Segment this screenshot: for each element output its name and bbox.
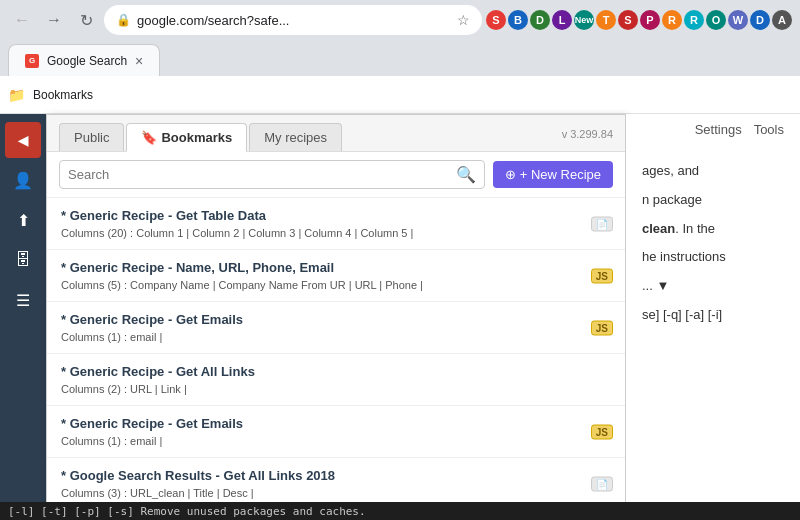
recipe-columns-2: Columns (1) : email | [61, 331, 611, 343]
recipe-item-3[interactable]: * Generic Recipe - Get All Links Columns… [47, 354, 625, 406]
browser-extension-icons: S B D L New T S P R R O W D A [486, 10, 792, 30]
recipe-columns-1: Columns (5) : Company Name | Company Nam… [61, 279, 611, 291]
recipe-columns-5: Columns (3) : URL_clean | Title | Desc | [61, 487, 611, 499]
version-label: v 3.299.84 [562, 128, 613, 146]
ext-icon-9[interactable]: R [684, 10, 704, 30]
recipe-columns-label-2: Columns (1) : [61, 331, 127, 343]
tab-my-recipes-label: My recipes [264, 130, 327, 145]
recipe-columns-3: Columns (2) : URL | Link | [61, 383, 611, 395]
ext-icon-10[interactable]: O [706, 10, 726, 30]
content-line-6: se] [-q] [-a] [-i] [642, 305, 784, 326]
recipe-columns-label-3: Columns (2) : [61, 383, 127, 395]
new-recipe-label: + New Recipe [520, 167, 601, 182]
sidebar-icon-user[interactable]: 👤 [5, 162, 41, 198]
ext-icon-3[interactable]: D [530, 10, 550, 30]
tab-bookmarks-label: Bookmarks [161, 130, 232, 145]
browser-tab-bar: G Google Search × [0, 40, 800, 76]
recipe-title-3: * Generic Recipe - Get All Links [61, 364, 611, 379]
ext-icon-2[interactable]: B [508, 10, 528, 30]
tools-link[interactable]: Tools [754, 122, 784, 137]
recipe-badge-4: JS [591, 424, 613, 439]
ext-icon-1[interactable]: S [486, 10, 506, 30]
browser-nav-bar: ← → ↻ 🔒 google.com/search?safe... ☆ S B … [0, 0, 800, 40]
recipe-columns-values-1: Company Name | Company Name From UR | UR… [130, 279, 423, 291]
ext-icon-8[interactable]: R [662, 10, 682, 30]
recipe-item-1[interactable]: * Generic Recipe - Name, URL, Phone, Ema… [47, 250, 625, 302]
sidebar-icon-upload[interactable]: ⬆ [5, 202, 41, 238]
ext-icon-6[interactable]: S [618, 10, 638, 30]
content-line-3: clean. In the [642, 219, 784, 240]
ext-icon-7[interactable]: P [640, 10, 660, 30]
recipe-columns-label-5: Columns (3) : [61, 487, 127, 499]
lock-icon: 🔒 [116, 13, 131, 27]
recipe-columns-values-5: URL_clean | Title | Desc | [130, 487, 254, 499]
recipe-title-5: * Google Search Results - Get All Links … [61, 468, 611, 483]
google-toolbar: Settings Tools [626, 114, 800, 145]
recipe-title-4: * Generic Recipe - Get Emails [61, 416, 611, 431]
recipe-columns-0: Columns (20) : Column 1 | Column 2 | Col… [61, 227, 611, 239]
tab-close-button[interactable]: × [135, 53, 143, 69]
content-line-4: he instructions [642, 247, 784, 268]
recipe-columns-values-2: email | [130, 331, 162, 343]
content-line-5: ... ▼ [642, 276, 784, 297]
back-button[interactable]: ← [8, 6, 36, 34]
tab-public[interactable]: Public [59, 123, 124, 151]
bookmarks-folder-icon: 📁 [8, 87, 25, 103]
sidebar-icon-logo[interactable]: ◀ [5, 122, 41, 158]
recipe-badge-0: 📄 [591, 216, 613, 231]
content-line-2: n package [642, 190, 784, 211]
recipe-item-2[interactable]: * Generic Recipe - Get Emails Columns (1… [47, 302, 625, 354]
ext-icon-new[interactable]: New [574, 10, 594, 30]
tab-title: Google Search [47, 54, 127, 68]
bookmarks-toolbar: 📁 Bookmarks [0, 76, 800, 114]
tab-public-label: Public [74, 130, 109, 145]
ext-icon-12[interactable]: D [750, 10, 770, 30]
sidebar-icon-database[interactable]: 🗄 [5, 242, 41, 278]
terminal-text: [-l] [-t] [-p] [-s] Remove unused packag… [8, 505, 366, 518]
url-text: google.com/search?safe... [137, 13, 451, 28]
bookmark-icon: 🔖 [141, 130, 157, 145]
settings-link[interactable]: Settings [695, 122, 742, 137]
recipe-badge-5: 📄 [591, 476, 613, 491]
search-input-wrapper[interactable]: 🔍 [59, 160, 485, 189]
profile-icon[interactable]: A [772, 10, 792, 30]
address-bar: 🔒 google.com/search?safe... ☆ [104, 5, 482, 35]
ext-icon-5[interactable]: T [596, 10, 616, 30]
ext-icon-11[interactable]: W [728, 10, 748, 30]
active-tab[interactable]: G Google Search × [8, 44, 160, 76]
refresh-button[interactable]: ↻ [72, 6, 100, 34]
google-page-content: ages, and n package clean. In the he ins… [626, 145, 800, 350]
page-area: ◀ 👤 ⬆ 🗄 ☰ Public 🔖 Bookmarks My recipes … [0, 114, 800, 520]
search-input[interactable] [68, 167, 456, 182]
recipe-columns-values-4: email | [130, 435, 162, 447]
recipe-columns-label-1: Columns (5) : [61, 279, 127, 291]
recipe-columns-values-0: Column 1 | Column 2 | Column 3 | Column … [136, 227, 413, 239]
recipe-columns-values-3: URL | Link | [130, 383, 187, 395]
new-recipe-button[interactable]: ⊕ + New Recipe [493, 161, 613, 188]
forward-button[interactable]: → [40, 6, 68, 34]
recipe-columns-label-0: Columns (20) : [61, 227, 133, 239]
content-line-1: ages, and [642, 161, 784, 182]
recipe-list: * Generic Recipe - Get Table Data Column… [47, 198, 625, 519]
right-page-content: Settings Tools ages, and n package clean… [626, 114, 800, 520]
new-recipe-plus-icon: ⊕ [505, 167, 516, 182]
tab-favicon: G [25, 54, 39, 68]
panel-tab-bar: Public 🔖 Bookmarks My recipes v 3.299.84 [47, 115, 625, 152]
search-button[interactable]: 🔍 [456, 165, 476, 184]
ext-icon-4[interactable]: L [552, 10, 572, 30]
sidebar-icon-menu[interactable]: ☰ [5, 282, 41, 318]
recipe-item-4[interactable]: * Generic Recipe - Get Emails Columns (1… [47, 406, 625, 458]
bookmarks-label: Bookmarks [33, 88, 93, 102]
recipe-title-1: * Generic Recipe - Name, URL, Phone, Ema… [61, 260, 611, 275]
recipe-columns-4: Columns (1) : email | [61, 435, 611, 447]
recipe-badge-1: JS [591, 268, 613, 283]
search-bar: 🔍 ⊕ + New Recipe [47, 152, 625, 198]
bookmark-star-icon[interactable]: ☆ [457, 12, 470, 28]
tab-bookmarks[interactable]: 🔖 Bookmarks [126, 123, 247, 152]
recipe-title-2: * Generic Recipe - Get Emails [61, 312, 611, 327]
recipe-columns-label-4: Columns (1) : [61, 435, 127, 447]
extension-panel: Public 🔖 Bookmarks My recipes v 3.299.84… [46, 114, 626, 520]
tab-my-recipes[interactable]: My recipes [249, 123, 342, 151]
recipe-item-0[interactable]: * Generic Recipe - Get Table Data Column… [47, 198, 625, 250]
left-sidebar: ◀ 👤 ⬆ 🗄 ☰ [0, 114, 46, 520]
